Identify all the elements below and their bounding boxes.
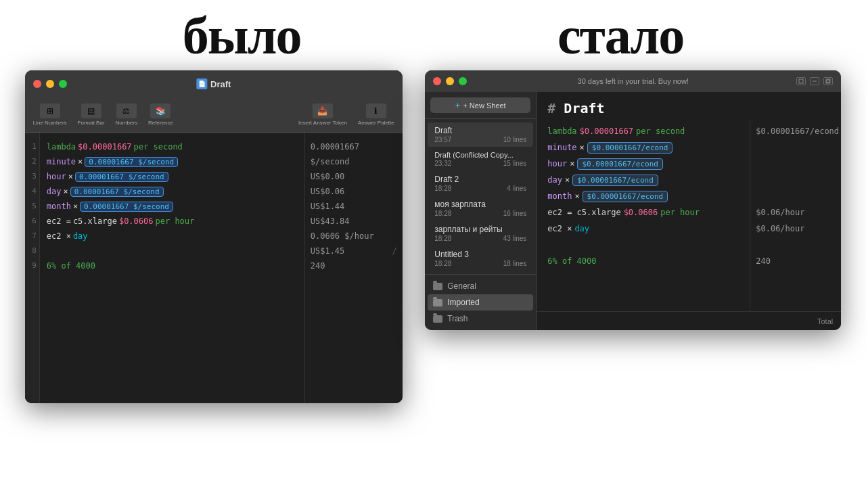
right-result-3 bbox=[756, 156, 836, 172]
result-9: 240 bbox=[311, 258, 397, 273]
win-ctrl-3[interactable] bbox=[823, 77, 833, 85]
sidebar-list: Draft 23:5710 lines Draft (Conflicted Co… bbox=[425, 119, 536, 274]
right-result-1: $0.00001667/econd bbox=[756, 123, 836, 139]
right-result-5 bbox=[756, 188, 836, 204]
toolbar-answer-palette[interactable]: ℹ Answer Palette bbox=[358, 104, 394, 126]
trial-text: 30 days left in your trial. Buy now! bbox=[578, 77, 689, 85]
traffic-lights bbox=[33, 80, 67, 88]
right-line-2: minute × $0.00001667/econd bbox=[547, 139, 739, 156]
minimize-button[interactable] bbox=[46, 80, 54, 88]
right-main: # Draft lambda $0.00001667 per seco bbox=[537, 92, 841, 330]
right-footer: Total bbox=[537, 311, 841, 330]
total-label: Total bbox=[817, 317, 833, 325]
result-3: US$0.06 bbox=[311, 184, 397, 199]
sidebar-footer-general[interactable]: General bbox=[428, 278, 533, 294]
result-7: US$1.45/ bbox=[311, 244, 397, 258]
right-line-4: day × $0.00001667/econd bbox=[547, 172, 739, 188]
sidebar-item-draft[interactable]: Draft 23:5710 lines bbox=[428, 122, 533, 147]
right-results-col: $0.00001667/econd $0.06/hour $0.06/hour … bbox=[750, 120, 841, 311]
new-sheet-button[interactable]: + + New Sheet bbox=[430, 97, 530, 113]
editor-line-6: ec2 = c5.xlarge $0.0606 per hour bbox=[47, 214, 298, 229]
right-result-7: $0.06/hour bbox=[756, 221, 836, 237]
toolbar-format-bar[interactable]: ▤ Format Bar bbox=[78, 104, 105, 126]
sidebar-footer-imported[interactable]: Imported bbox=[428, 294, 533, 311]
svg-rect-0 bbox=[799, 79, 803, 83]
sidebar-general-label: General bbox=[447, 281, 476, 291]
right-minimize-button[interactable] bbox=[446, 77, 454, 85]
right-result-2 bbox=[756, 139, 836, 156]
result-5: US$43.84 bbox=[311, 214, 397, 229]
maximize-button[interactable] bbox=[59, 80, 67, 88]
sidebar-item-draft2[interactable]: Draft 2 18:284 lines bbox=[428, 171, 533, 196]
editor-line-3: hour × 0.00001667 $/second bbox=[47, 169, 298, 184]
right-app-window: 30 days left in your trial. Buy now! bbox=[425, 70, 841, 330]
sidebar-imported-label: Imported bbox=[447, 298, 479, 307]
right-line-5: month × $0.00001667/econd bbox=[547, 188, 739, 204]
sidebar-item-salary[interactable]: моя зарплата 18:2816 lines bbox=[428, 196, 533, 221]
folder-general-icon bbox=[433, 283, 442, 290]
editor-line-4: day × 0.00001667 $/second bbox=[47, 184, 298, 199]
editor-line-9: 6% of 4000 bbox=[47, 258, 298, 273]
editor-line-2: minute × 0.00001667 $/second bbox=[47, 154, 298, 169]
right-line-7: ec2 × day bbox=[547, 221, 739, 237]
sidebar-footer-trash[interactable]: Trash bbox=[428, 311, 533, 327]
doc-icon: 📄 bbox=[196, 78, 207, 89]
right-app-body: + + New Sheet Draft 23:5710 lines bbox=[425, 92, 841, 330]
right-sidebar: + + New Sheet Draft 23:5710 lines bbox=[425, 92, 537, 330]
left-titlebar: 📄 Draft bbox=[25, 70, 403, 97]
result-6: 0.0606 $/hour bbox=[311, 229, 397, 244]
right-line-1: lambda $0.00001667 per second bbox=[547, 123, 739, 139]
right-line-3: hour × $0.00001667/econd bbox=[547, 156, 739, 172]
doc-title: # Draft bbox=[537, 92, 841, 120]
line-numbers-col: 12345 6789 bbox=[25, 133, 40, 403]
right-line-6: ec2 = c5.xlarge $0.0606 per hour bbox=[547, 204, 739, 221]
right-maximize-button[interactable] bbox=[459, 77, 467, 85]
right-result-9: 240 bbox=[756, 253, 836, 269]
sidebar-footer: General Imported bbox=[425, 274, 536, 330]
result-2: US$0.00 bbox=[311, 169, 397, 184]
right-result-8 bbox=[756, 237, 836, 253]
editor-line-5: month × 0.00001667 $/second bbox=[47, 199, 298, 214]
after-label: стало bbox=[557, 5, 683, 66]
right-result-4 bbox=[756, 172, 836, 188]
left-toolbar: ⊞ Line Numbers ▤ Format Bar ⚖ Numbers 📚 … bbox=[25, 97, 403, 133]
before-label: было bbox=[183, 5, 301, 66]
sidebar-trash-label: Trash bbox=[447, 314, 468, 323]
result-1: 0.00001667 $/second bbox=[311, 139, 397, 169]
right-line-8 bbox=[547, 237, 739, 253]
left-editor: 12345 6789 lambda $0.00001667 per second… bbox=[25, 133, 403, 403]
right-close-button[interactable] bbox=[433, 77, 441, 85]
editor-line-8 bbox=[47, 244, 298, 258]
toolbar-reference[interactable]: 📚 Reference bbox=[148, 104, 173, 126]
editor-line-1: lambda $0.00001667 per second bbox=[47, 139, 298, 154]
folder-trash-icon bbox=[433, 315, 442, 323]
sidebar-header: + + New Sheet bbox=[425, 92, 536, 119]
editor-lines[interactable]: lambda $0.00001667 per second minute × 0… bbox=[40, 133, 304, 403]
sidebar-item-draft-conflicted[interactable]: Draft (Conflicted Copy... 23:3215 lines bbox=[428, 147, 533, 170]
right-result-6: $0.06/hour bbox=[756, 204, 836, 221]
right-titlebar: 30 days left in your trial. Buy now! bbox=[425, 70, 841, 92]
sidebar-item-untitled3[interactable]: Untitled 3 18:2818 lines bbox=[428, 246, 533, 271]
folder-imported-icon bbox=[433, 299, 442, 306]
sidebar-item-rates[interactable]: зарплаты и рейты 18:2843 lines bbox=[428, 221, 533, 246]
close-button[interactable] bbox=[33, 80, 41, 88]
editor-line-7: ec2 × day bbox=[47, 229, 298, 244]
left-app-window: 📄 Draft ⊞ Line Numbers ▤ Format Bar ⚖ Nu… bbox=[25, 70, 403, 403]
right-line-9: 6% of 4000 bbox=[547, 253, 739, 269]
right-traffic-lights bbox=[433, 77, 467, 85]
toolbar-insert-answer[interactable]: 📥 Insert Answer Token bbox=[298, 104, 347, 126]
toolbar-numbers[interactable]: ⚖ Numbers bbox=[116, 104, 137, 126]
results-col: 0.00001667 $/second US$0.00 US$0.06 US$1… bbox=[304, 133, 403, 403]
result-4: US$1.44 bbox=[311, 199, 397, 214]
right-editor-lines[interactable]: lambda $0.00001667 per second minute × $… bbox=[537, 120, 750, 311]
win-ctrl-1[interactable] bbox=[796, 77, 806, 85]
win-ctrl-2[interactable] bbox=[810, 77, 819, 85]
window-title: Draft bbox=[210, 79, 231, 89]
toolbar-line-numbers[interactable]: ⊞ Line Numbers bbox=[33, 104, 67, 126]
